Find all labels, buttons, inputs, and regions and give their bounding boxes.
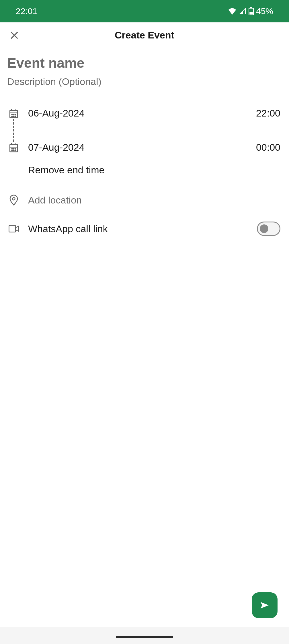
add-location-button[interactable]: Add location	[0, 187, 289, 213]
start-date[interactable]: 06-Aug-2024	[28, 108, 85, 119]
call-link-label: WhatsApp call link	[28, 223, 108, 234]
svg-point-21	[15, 148, 16, 149]
send-button[interactable]	[252, 592, 278, 618]
svg-point-25	[13, 197, 15, 200]
remove-end-time-label: Remove end time	[28, 164, 104, 176]
svg-point-23	[13, 150, 14, 151]
status-time: 22:01	[16, 6, 37, 16]
status-bar: 22:01 45%	[0, 0, 289, 22]
toggle-knob	[260, 224, 268, 233]
svg-rect-26	[9, 225, 15, 232]
date-connector	[9, 119, 19, 142]
close-button[interactable]	[8, 29, 21, 42]
call-link-row: WhatsApp call link	[0, 213, 289, 245]
battery-percentage: 45%	[256, 6, 273, 16]
svg-point-10	[13, 114, 14, 115]
svg-point-14	[15, 116, 16, 117]
svg-point-11	[15, 114, 16, 115]
end-datetime-row: 07-Aug-2024 00:00	[9, 142, 280, 153]
svg-point-19	[12, 148, 12, 149]
app-header: Create Event	[0, 22, 289, 48]
event-description-input[interactable]	[7, 76, 282, 87]
send-icon	[260, 601, 270, 610]
end-date[interactable]: 07-Aug-2024	[28, 142, 85, 153]
svg-rect-1	[250, 7, 252, 8]
svg-point-9	[12, 114, 12, 115]
location-pin-icon	[9, 194, 19, 206]
signal-icon	[239, 8, 246, 15]
date-time-section: 06-Aug-2024 22:00	[0, 96, 289, 153]
event-name-input[interactable]	[7, 55, 282, 71]
calendar-icon	[9, 108, 19, 119]
event-fields-section	[0, 48, 289, 96]
svg-point-12	[12, 116, 12, 117]
video-icon	[9, 224, 19, 233]
close-icon	[9, 30, 19, 40]
call-link-toggle[interactable]	[257, 222, 280, 236]
start-time[interactable]: 22:00	[256, 108, 280, 119]
content-area: Create Event 06-Aug-2024	[0, 22, 289, 627]
status-right: 45%	[228, 6, 273, 16]
navigation-handle[interactable]	[116, 636, 173, 638]
calendar-icon	[9, 142, 19, 153]
remove-end-time-button[interactable]: Remove end time	[0, 153, 289, 187]
page-title: Create Event	[0, 30, 289, 41]
svg-point-24	[15, 150, 16, 151]
svg-point-20	[13, 148, 14, 149]
end-time[interactable]: 00:00	[256, 142, 280, 153]
svg-point-22	[12, 150, 12, 151]
battery-icon	[249, 7, 254, 15]
wifi-icon	[228, 8, 237, 15]
start-datetime-row: 06-Aug-2024 22:00	[9, 108, 280, 119]
location-label: Add location	[28, 195, 82, 206]
svg-rect-2	[249, 12, 253, 14]
svg-point-13	[13, 116, 14, 117]
